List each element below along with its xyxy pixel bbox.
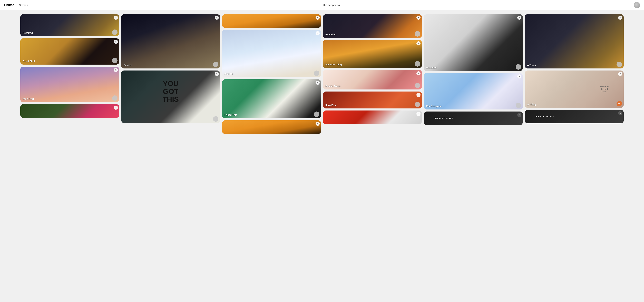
card-label: Just Ok xyxy=(224,72,233,75)
main-content: ✕ Powerful ✕ Good Stuff ✕ It's a Post ✕ xyxy=(0,10,644,138)
card-label: A Thing xyxy=(527,64,536,66)
card-user-avatar xyxy=(314,70,319,76)
card-user-avatar xyxy=(112,95,118,101)
page-title: Home xyxy=(4,3,14,7)
close-button[interactable]: ✕ xyxy=(215,72,219,76)
card-user-avatar xyxy=(314,111,319,117)
card-favorite-thing[interactable]: ✕ Favorite Thing xyxy=(323,40,422,68)
card-user-avatar xyxy=(112,58,118,63)
close-button[interactable]: ✕ xyxy=(316,122,320,126)
card-label: It's a Post xyxy=(23,97,34,100)
card-user-avatar xyxy=(616,62,622,67)
close-button[interactable]: ✕ xyxy=(618,72,622,76)
card-label: Good Stuff xyxy=(23,60,35,62)
card-label: I Need This xyxy=(224,114,237,116)
card-label: Believe xyxy=(124,64,132,66)
close-button[interactable]: ✕ xyxy=(114,15,118,20)
card-user-avatar xyxy=(415,83,420,88)
card-a-thing-2[interactable]: ✕ A Thing you can dothe hardthings. DI xyxy=(525,70,624,108)
close-button[interactable]: ✕ xyxy=(114,106,118,110)
close-button[interactable]: ✕ xyxy=(416,112,420,116)
close-button[interactable]: ✕ xyxy=(618,111,622,115)
close-button[interactable]: ✕ xyxy=(517,15,522,20)
close-button[interactable]: ✕ xyxy=(517,113,522,117)
avatar-image xyxy=(634,2,640,8)
chevron-down-icon: ▾ xyxy=(27,3,28,6)
card-mario[interactable]: ✕ xyxy=(323,110,422,124)
card-user-avatar xyxy=(516,64,521,70)
card-difficult-2[interactable]: ✕ DIFFICULT ROADS xyxy=(525,110,624,123)
card-label: It's a Post xyxy=(326,104,336,106)
card-beautiful-2[interactable]: ✕ Beautiful xyxy=(424,14,523,71)
card-label: For Everyone xyxy=(426,105,441,107)
card-its-a-post-1[interactable]: ✕ It's a Post xyxy=(20,67,119,102)
app-header: Home Create ▾ the keeper co. xyxy=(0,0,644,10)
close-button[interactable]: ✕ xyxy=(416,71,420,75)
card-beautiful-1[interactable]: ✕ Beautiful xyxy=(323,14,422,38)
card-difficult-1[interactable]: ✕ DIFFICULT ROADS xyxy=(424,111,523,125)
card-good-stuff[interactable]: ✕ Good Stuff xyxy=(20,38,119,64)
user-avatar-orange: DI xyxy=(616,101,622,106)
difficult-text-2: DIFFICULT ROADS xyxy=(535,116,554,118)
card-label: Best in Class xyxy=(326,85,340,87)
close-button[interactable]: ✕ xyxy=(114,40,118,44)
close-button[interactable]: ✕ xyxy=(416,93,420,97)
card-label: Powerful xyxy=(23,31,33,34)
card-user-avatar xyxy=(415,31,420,37)
card-berry[interactable]: ✕ xyxy=(20,104,119,118)
card-user-avatar xyxy=(516,103,521,108)
close-button[interactable]: ✕ xyxy=(618,15,622,20)
lightbox-overlay-text: YOUGOTTHIS xyxy=(162,80,179,103)
card-a-thing-1[interactable]: ✕ A Thing xyxy=(525,14,624,68)
close-button[interactable]: ✕ xyxy=(416,41,420,45)
hard-things-text: you can dothe hardthings. xyxy=(600,85,609,93)
card-user-avatar xyxy=(415,102,420,107)
close-button[interactable]: ✕ xyxy=(316,15,320,20)
card-user-avatar xyxy=(213,62,218,67)
create-button[interactable]: Create ▾ xyxy=(17,2,30,8)
card-user-avatar xyxy=(213,116,218,122)
close-button[interactable]: ✕ xyxy=(316,81,320,85)
close-button[interactable]: ✕ xyxy=(114,68,118,72)
card-label: A Thing xyxy=(527,103,536,106)
create-label: Create xyxy=(19,3,26,6)
card-lightbox[interactable]: ✕ YOUGOTTHIS xyxy=(121,70,220,123)
card-grid: ✕ Powerful ✕ Good Stuff ✕ It's a Post ✕ xyxy=(20,14,624,134)
card-label: Beautiful xyxy=(426,66,436,69)
close-button[interactable]: ✕ xyxy=(316,31,320,35)
card-for-everyone[interactable]: ✕ For Everyone xyxy=(424,73,523,109)
close-button[interactable]: ✕ xyxy=(215,15,219,20)
card-user-avatar xyxy=(112,29,118,35)
card-powerful[interactable]: ✕ Powerful xyxy=(20,14,119,36)
card-sunset-small-3[interactable]: ✕ xyxy=(222,120,321,134)
close-button[interactable]: ✕ xyxy=(517,74,522,78)
card-best-in-class[interactable]: ✕ Best in Class xyxy=(323,70,422,89)
card-just-ok[interactable]: ✕ Just Ok xyxy=(222,30,321,77)
card-sunset-small-2[interactable]: ✕ xyxy=(222,14,321,28)
difficult-text: DIFFICULT ROADS xyxy=(434,117,453,119)
card-label: Beautiful xyxy=(326,33,336,36)
card-user-avatar xyxy=(415,61,420,67)
card-its-a-post-2[interactable]: ✕ It's a Post xyxy=(323,91,422,108)
card-i-need-this[interactable]: ✕ I Need This xyxy=(222,79,321,118)
site-logo: the keeper co. xyxy=(319,2,345,8)
card-label: Favorite Thing xyxy=(326,63,342,66)
user-avatar[interactable] xyxy=(634,2,640,8)
close-button[interactable]: ✕ xyxy=(416,15,420,20)
card-believe[interactable]: ✕ Believe xyxy=(121,14,220,68)
